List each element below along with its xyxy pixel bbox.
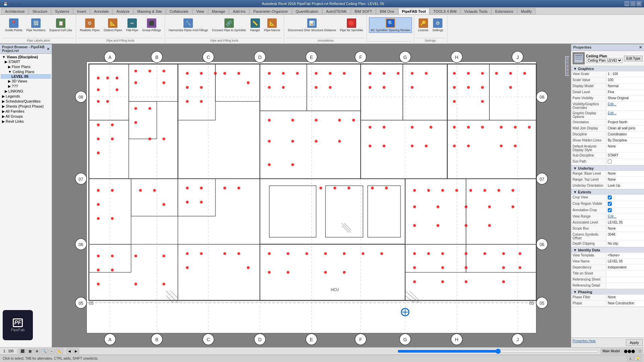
nav-orbit-btn[interactable]	[566, 72, 569, 75]
view-scrollbar[interactable]	[397, 350, 599, 353]
nav-cube[interactable]	[565, 56, 570, 76]
pp-section-header-underlay[interactable]: ▼ Underlay	[571, 166, 644, 171]
tab-view[interactable]: View	[193, 8, 208, 14]
annotation-crop-check[interactable]	[608, 208, 612, 212]
harmonize-btn[interactable]: 🔧 Harmonize Pipes And Fillings	[167, 17, 210, 33]
nav-up-btn[interactable]	[566, 57, 569, 60]
crop-visible-check[interactable]	[608, 202, 612, 206]
pb-item-start-views[interactable]: ▶ START	[1, 59, 51, 64]
distinct-pipes-btn[interactable]: 📐 Distinct Pipes	[102, 17, 124, 33]
tab-bimone[interactable]: BIM One	[376, 8, 398, 14]
floor-plan-svg[interactable]: A B C D E F G H J A	[55, 48, 568, 347]
pb-item-sheets[interactable]: ▶ Sheets (Project Phase)	[1, 104, 51, 109]
pb-close-btn[interactable]: ✕	[47, 47, 50, 51]
pb-content: ▼ Views (Discipline) ▶ START ▶ Floor Pla…	[0, 54, 52, 347]
tab-annotate[interactable]: Annotate	[90, 8, 112, 14]
detail-level-btn[interactable]: ⬤⬤⬤	[622, 349, 637, 354]
pp-section-header-identity[interactable]: ▼ Identity Data	[571, 247, 644, 253]
restore-btn[interactable]: □	[631, 1, 635, 6]
status-btn-1[interactable]: ⚠	[627, 356, 633, 361]
tab-tools4bim[interactable]: TOOLS 4 BIM	[430, 8, 460, 14]
pb-item-level05[interactable]: LEVEL 05	[1, 74, 51, 79]
nav-zoom-btn[interactable]	[566, 64, 569, 68]
pp-section-header-extents[interactable]: ▼ Extents	[571, 189, 644, 195]
pb-item-3d-views[interactable]: ▶ 3D Views	[1, 79, 51, 84]
pb-item-revit-links[interactable]: ▶ Revit Links	[1, 119, 51, 124]
view-btn-2[interactable]: ▦	[27, 349, 33, 354]
minimize-btn[interactable]: _	[625, 1, 629, 6]
expand-cell-btn[interactable]: 📋 Expand Cell Like	[48, 17, 74, 33]
redo-btn[interactable]: ↪	[16, 1, 21, 6]
tab-addins[interactable]: Add-Ins	[229, 8, 249, 14]
disconnect-sher-icon: 📊	[307, 18, 317, 28]
pb-item-ceiling-plans[interactable]: ▼ Ceiling Plans	[1, 69, 51, 74]
view-btn-8[interactable]: ▶	[73, 349, 79, 354]
guide-points-btn[interactable]: 📍 Guide Points	[3, 17, 24, 33]
pb-item-legends[interactable]: ▶ Legends	[1, 94, 51, 99]
tab-victaulic[interactable]: Victaulic Tools	[461, 8, 491, 14]
view-btn-7[interactable]: ◀	[66, 349, 72, 354]
pb-item-other[interactable]: ▶ ???	[1, 84, 51, 89]
tab-autosteink[interactable]: AutoSTEINK	[322, 8, 351, 14]
license-btn[interactable]: 🔑 License	[416, 17, 430, 33]
status-btn-2[interactable]: 💡	[634, 356, 641, 361]
pb-item-linking[interactable]: ▶ LINKING	[1, 89, 51, 94]
pb-item-views[interactable]: ▼ Views (Discipline)	[1, 55, 51, 59]
view-btn-6[interactable]: 📐	[56, 349, 63, 354]
pb-item-groups[interactable]: ▶ All Groups	[1, 114, 51, 119]
crop-view-check[interactable]	[608, 195, 612, 199]
tab-quantification[interactable]: Quantification	[292, 8, 322, 14]
svg-point-143	[162, 254, 165, 257]
pp-section-header-phasing[interactable]: ▼ Phasing	[571, 289, 644, 295]
view-btn-1[interactable]: ⬛	[19, 349, 26, 354]
tab-systems[interactable]: Systems	[51, 8, 73, 14]
tab-manage[interactable]: Manage	[208, 8, 229, 14]
pp-type-dropdown[interactable]: Ceiling Plan: LEVEL 05	[586, 58, 623, 63]
nav-down-btn[interactable]	[566, 61, 569, 64]
tab-pipefab[interactable]: PipeFAB Tool	[398, 8, 430, 14]
svg-text:G: G	[403, 55, 407, 60]
tab-massing[interactable]: Massing & Site	[133, 8, 165, 14]
properties-help-link[interactable]: Properties Help	[573, 339, 596, 346]
tab-collaborate[interactable]: Collaborate	[166, 8, 192, 14]
tab-analyze[interactable]: Analyze	[113, 8, 133, 14]
tab-insert[interactable]: Insert	[73, 8, 90, 14]
flat-pipe-btn[interactable]: ═ Flat-Pipe	[124, 17, 140, 33]
close-btn[interactable]: ✕	[637, 1, 641, 6]
pp-close-btn[interactable]: ✕	[639, 45, 642, 50]
tab-architecture[interactable]: Architecture	[1, 8, 29, 14]
visual-style-btn[interactable]: □	[637, 349, 643, 354]
apply-btn[interactable]: Apply	[626, 339, 643, 346]
edit-type-btn[interactable]: Edit Type	[624, 56, 643, 61]
disconnect-sher-btn[interactable]: 📊 Disconnect-Sher Structure Distance	[286, 17, 337, 33]
undo-btn[interactable]: ↩	[9, 1, 15, 6]
connect-pipe-btn[interactable]: 🔗 Connect Pipe to Sprinkler	[210, 17, 248, 33]
view-btn-5[interactable]: ←	[49, 349, 55, 354]
view-btn-4[interactable]: 🔍	[41, 349, 48, 354]
pb-item-schedules[interactable]: ▶ Schedules/Quantities	[1, 99, 51, 104]
tab-bimsoft[interactable]: BIM SOFT	[351, 8, 376, 14]
pb-item-families[interactable]: ▶ All Families	[1, 109, 51, 114]
realistic-pipes-btn[interactable]: ⚙ Realistic Pipes	[78, 17, 101, 33]
pp-row-scale-value: Scale Value 100	[571, 77, 644, 83]
pp-section-header-graphics[interactable]: ▼ Graphics	[571, 66, 644, 71]
pipe-narvor-btn[interactable]: 📐 Pipe-Narvor	[262, 17, 282, 33]
view-btn-3[interactable]: ⊕	[34, 349, 40, 354]
sun-path-check[interactable]	[608, 160, 612, 164]
settings-btn[interactable]: ⚙ Settings	[431, 17, 445, 33]
pipe-sprinkler-btn[interactable]: 🔴 Pipe for Sprinkler	[338, 17, 365, 33]
pb-item-floor-plans[interactable]: ▶ Floor Plans	[1, 64, 51, 69]
tab-modify[interactable]: Modify	[517, 8, 535, 14]
pipe-numbers-btn[interactable]: 🔢 Pipe Numbers	[25, 17, 47, 33]
nav-fit-btn[interactable]	[566, 68, 569, 71]
hanger-btn[interactable]: 📏 Hanger	[249, 17, 262, 33]
save-btn[interactable]: 💾	[3, 1, 8, 6]
canvas-area[interactable]: A B C D E F G H J A	[52, 44, 571, 347]
group-fillings-btn[interactable]: ⬛ Group-Fillings	[141, 17, 163, 33]
tab-extensions[interactable]: Extensions	[491, 8, 517, 14]
model-mode-btn[interactable]: Main Model	[601, 349, 622, 354]
svg-text:05: 05	[540, 301, 544, 306]
tab-param-org[interactable]: Parameter-Organizer	[250, 8, 291, 14]
tab-structure[interactable]: Structure	[29, 8, 51, 14]
bc-sprinkler-review-btn[interactable]: 🔍 BC Sprinkler Spacing Review	[369, 17, 412, 33]
